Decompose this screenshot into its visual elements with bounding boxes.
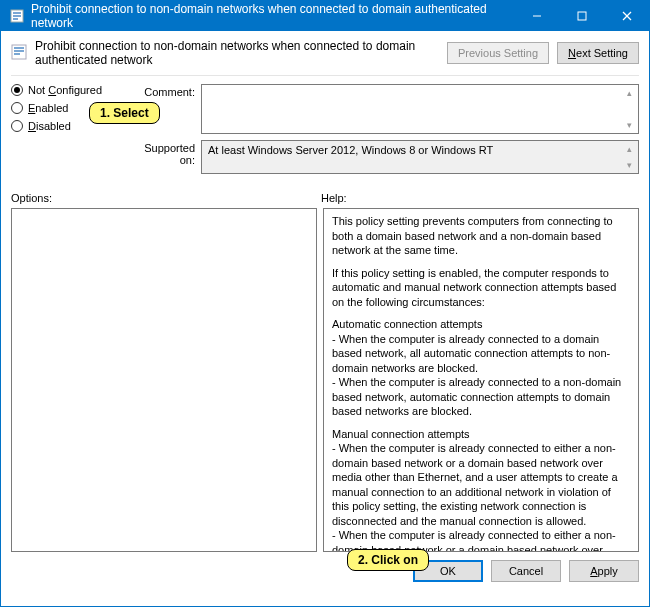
apply-button[interactable]: Apply — [569, 560, 639, 582]
policy-header-icon — [11, 44, 27, 62]
help-pane: This policy setting prevents computers f… — [323, 208, 639, 552]
enabled-label: Enabled — [28, 102, 68, 114]
options-pane — [11, 208, 317, 552]
svg-rect-9 — [14, 47, 24, 49]
help-text: If this policy setting is enabled, the c… — [332, 266, 630, 310]
cancel-button[interactable]: Cancel — [491, 560, 561, 582]
help-text: Automatic connection attempts - When the… — [332, 317, 630, 419]
svg-rect-1 — [13, 12, 21, 14]
enabled-radio[interactable] — [11, 102, 23, 114]
title-bar: Prohibit connection to non-domain networ… — [1, 1, 649, 31]
svg-rect-5 — [578, 12, 586, 20]
supported-on-value: At least Windows Server 2012, Windows 8 … — [201, 140, 639, 174]
supported-scrollbar: ▴ ▾ — [622, 142, 637, 172]
disabled-label: Disabled — [28, 120, 71, 132]
policy-icon — [9, 8, 25, 24]
maximize-button[interactable] — [559, 1, 604, 31]
disabled-radio[interactable] — [11, 120, 23, 132]
not-configured-label: Not Configured — [28, 84, 102, 96]
scroll-up-icon: ▴ — [622, 142, 637, 156]
help-text: This policy setting prevents computers f… — [332, 214, 630, 258]
dialog-footer: 2. Click on OK Cancel Apply — [1, 552, 649, 590]
next-setting-button[interactable]: Next Setting — [557, 42, 639, 64]
state-radio-group: Not Configured Enabled Disabled 1. Selec… — [11, 84, 131, 180]
close-button[interactable] — [604, 1, 649, 31]
previous-setting-button: Previous Setting — [447, 42, 549, 64]
policy-header: Prohibit connection to non-domain networ… — [1, 31, 649, 71]
scroll-down-icon[interactable]: ▾ — [622, 118, 637, 132]
minimize-button[interactable] — [514, 1, 559, 31]
comment-label: Comment: — [131, 84, 201, 98]
svg-rect-11 — [14, 53, 20, 55]
comment-scrollbar[interactable]: ▴ ▾ — [622, 86, 637, 132]
policy-title: Prohibit connection to non-domain networ… — [35, 39, 439, 67]
scroll-up-icon[interactable]: ▴ — [622, 86, 637, 100]
scroll-down-icon: ▾ — [622, 158, 637, 172]
not-configured-radio[interactable] — [11, 84, 23, 96]
svg-rect-3 — [13, 18, 18, 20]
help-label: Help: — [321, 192, 347, 204]
help-text: Manual connection attempts - When the co… — [332, 427, 630, 552]
window-title: Prohibit connection to non-domain networ… — [31, 2, 514, 30]
options-label: Options: — [11, 192, 321, 204]
svg-rect-2 — [13, 15, 21, 17]
annotation-clickon: 2. Click on — [347, 549, 429, 571]
annotation-select: 1. Select — [89, 102, 160, 124]
comment-textarea[interactable]: ▴ ▾ — [201, 84, 639, 134]
svg-rect-10 — [14, 50, 24, 52]
supported-on-label: Supported on: — [131, 140, 201, 166]
